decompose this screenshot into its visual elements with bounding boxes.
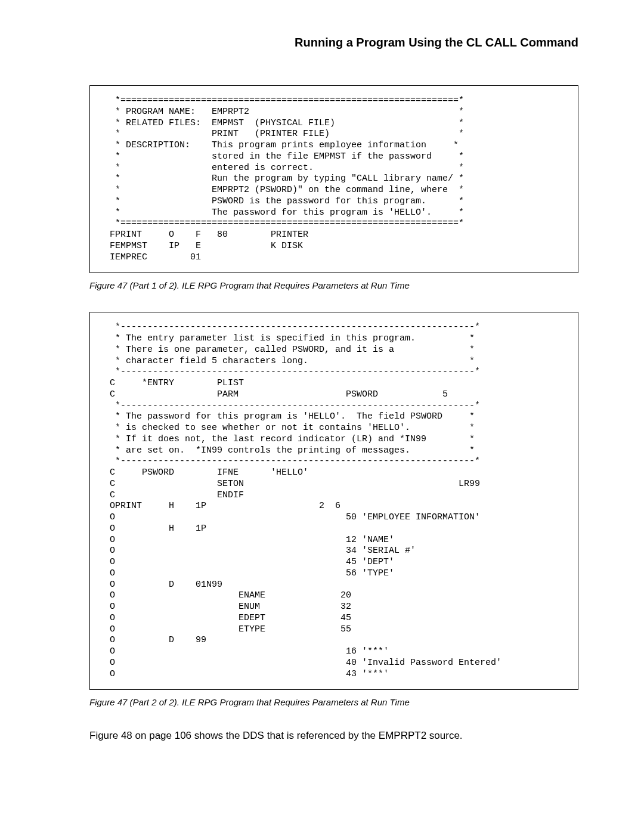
code-listing-1: *=======================================… bbox=[89, 85, 578, 273]
page: Running a Program Using the CL CALL Comm… bbox=[0, 0, 644, 833]
figure-caption-1: Figure 47 (Part 1 of 2). ILE RPG Program… bbox=[89, 280, 578, 290]
body-paragraph: Figure 48 on page 106 shows the DDS that… bbox=[89, 729, 578, 744]
running-head: Running a Program Using the CL CALL Comm… bbox=[89, 36, 578, 49]
figure-caption-2: Figure 47 (Part 2 of 2). ILE RPG Program… bbox=[89, 697, 578, 707]
code-listing-2: *---------------------------------------… bbox=[89, 312, 578, 690]
